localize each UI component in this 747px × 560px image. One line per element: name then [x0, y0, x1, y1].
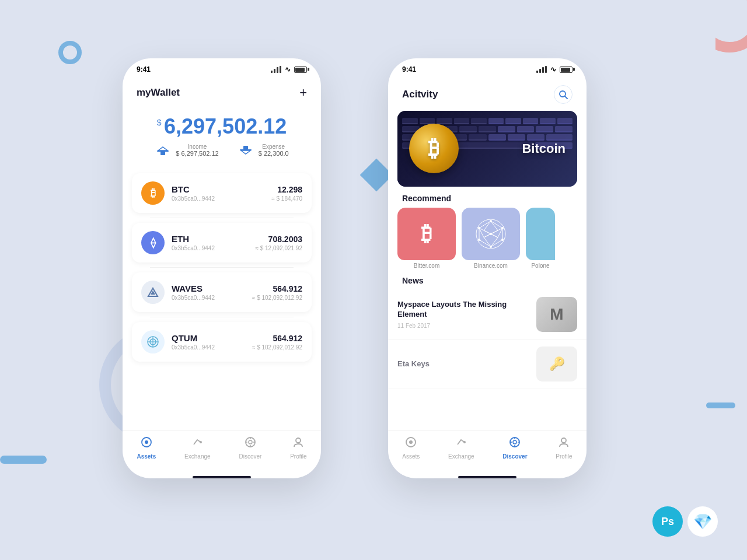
bg-decoration-circle-blue	[58, 41, 82, 64]
nav-assets-right[interactable]: Assets	[402, 436, 420, 460]
news-text-1: Myspace Layouts The Missing Element 11 F…	[397, 300, 529, 330]
status-bar-left: 9:41 ∿	[123, 58, 321, 76]
svg-rect-5	[243, 146, 248, 149]
wifi-icon-right: ∿	[550, 65, 556, 74]
qtum-amount: 564.912	[252, 334, 302, 343]
svg-point-30	[490, 233, 492, 235]
eth-amount: 708.2003	[255, 235, 302, 244]
news-thumb-2: 🔑	[536, 346, 577, 382]
svg-point-36	[478, 227, 480, 229]
exchange-icon	[191, 436, 203, 451]
nav-profile-left[interactable]: Profile	[290, 436, 306, 460]
wifi-icon: ∿	[285, 65, 291, 74]
svg-point-21	[296, 438, 301, 443]
activity-header: Acitvity	[388, 76, 587, 111]
polone-img	[526, 208, 555, 260]
profile-icon-right	[558, 436, 570, 451]
recommend-card-binance[interactable]: Binance.com	[462, 208, 520, 269]
nav-exchange-left[interactable]: Exchange	[184, 436, 210, 460]
qtum-icon	[141, 330, 165, 354]
svg-point-39	[463, 441, 466, 443]
left-phone: 9:41 ∿ myWallet + $ 6,297,502.12	[123, 58, 321, 478]
nav-profile-right[interactable]: Profile	[556, 436, 572, 460]
svg-marker-27	[484, 234, 498, 247]
binance-name: Binance.com	[462, 262, 520, 269]
status-time-right: 9:41	[402, 65, 416, 74]
income-text: Income $ 6,297,502.12	[176, 144, 218, 157]
discover-label-right: Discover	[502, 453, 527, 460]
btc-info: BTC 0x3b5ca0...9442	[172, 184, 271, 202]
sketch-icon: 💎	[687, 506, 718, 537]
nav-discover-left[interactable]: Discover	[239, 436, 261, 460]
svg-point-34	[490, 246, 492, 248]
battery-icon-right	[560, 66, 573, 73]
bg-decoration-rect1	[0, 456, 47, 464]
waves-usd: ≈ $ 102,092,012.92	[252, 295, 302, 301]
bottom-nav-left: Assets Exchange	[123, 430, 321, 471]
news-item-1[interactable]: Myspace Layouts The Missing Element 11 F…	[388, 290, 587, 340]
nav-discover-right[interactable]: Discover	[502, 436, 527, 460]
nav-exchange-right[interactable]: Exchange	[448, 436, 474, 460]
svg-marker-4	[241, 150, 250, 154]
assets-label: Assets	[137, 453, 156, 460]
news-thumb-1: M	[536, 297, 577, 332]
bitter-img: ₿	[397, 208, 456, 260]
activity-title: Acitvity	[402, 89, 438, 100]
wallet-header: myWallet +	[123, 76, 321, 105]
recommend-card-bitter[interactable]: ₿ Bitter.com	[397, 208, 456, 269]
wallet-title: myWallet	[137, 87, 180, 99]
waves-amount: 564.912	[252, 284, 302, 293]
nav-assets-left[interactable]: Assets	[137, 436, 156, 460]
search-button[interactable]	[554, 85, 573, 104]
recommend-card-polone[interactable]: Polone	[526, 208, 555, 269]
eth-name: ETH	[172, 234, 255, 244]
eth-icon: ⟠	[141, 231, 165, 254]
coin-item-eth[interactable]: ⟠ ETH 0x3b5ca0...9442 708.2003 ≈ $ 12,09…	[132, 223, 312, 262]
coin-item-btc[interactable]: ₿ BTC 0x3b5ca0...9442 12.298 ≈ $ 184,470	[132, 173, 312, 213]
news-item-2[interactable]: Eta Keys 🔑	[388, 340, 587, 389]
signal-icon-right	[536, 66, 547, 73]
income-item: Income $ 6,297,502.12	[155, 144, 218, 157]
profile-label-left: Profile	[290, 453, 306, 460]
news-title: News	[388, 269, 587, 290]
exchange-label-right: Exchange	[448, 453, 474, 460]
svg-point-31	[490, 220, 492, 222]
coin-list: ₿ BTC 0x3b5ca0...9442 12.298 ≈ $ 184,470…	[123, 169, 321, 430]
hero-text: Bitcoin	[522, 141, 566, 156]
bitcoin-coin: ₿	[409, 124, 459, 173]
expense-item: Expense $ 22,300.0	[238, 144, 289, 157]
recommend-title: Recommend	[388, 187, 587, 208]
coin-item-qtum[interactable]: QTUM 0x3b5ca0...9442 564.912 ≈ $ 102,092…	[132, 322, 312, 362]
news-title-2: Eta Keys	[397, 359, 529, 369]
profile-label-right: Profile	[556, 453, 572, 460]
eth-usd: ≈ $ 12,092,021.92	[255, 245, 302, 251]
tool-icons-container: Ps 💎	[652, 506, 718, 537]
btc-usd: ≈ $ 184,470	[271, 195, 302, 202]
signal-icon	[271, 66, 281, 73]
svg-point-38	[409, 440, 413, 444]
svg-marker-29	[491, 228, 502, 237]
news-date-1: 11 Feb 2017	[397, 323, 529, 329]
btc-balance: 12.298 ≈ $ 184,470	[271, 185, 302, 202]
profile-icon-left	[292, 436, 304, 451]
status-time-left: 9:41	[137, 65, 151, 74]
activity-content: Acitvity	[388, 76, 587, 478]
bg-decoration-circle-pink	[694, 0, 747, 52]
discover-icon-left	[245, 436, 256, 451]
waves-name: WAVES	[172, 284, 252, 293]
currency-symbol: $	[157, 118, 162, 127]
btc-address: 0x3b5ca0...9442	[172, 195, 271, 202]
discover-label-left: Discover	[239, 453, 261, 460]
home-indicator-right	[458, 476, 516, 478]
eth-balance: 708.2003 ≈ $ 12,092,021.92	[255, 235, 302, 251]
coin-item-waves[interactable]: WAVES 0x3b5ca0...9442 564.912 ≈ $ 102,09…	[132, 272, 312, 312]
binance-img	[462, 208, 520, 260]
hero-bitcoin[interactable]: ₿ Bitcoin	[397, 111, 577, 187]
news-title-1: Myspace Layouts The Missing Element	[397, 300, 529, 320]
svg-point-46	[561, 438, 566, 443]
waves-icon	[141, 281, 165, 304]
svg-marker-26	[484, 221, 498, 234]
right-phone: 9:41 ∿ Acitvity	[388, 58, 587, 478]
add-button[interactable]: +	[299, 85, 307, 100]
svg-point-32	[501, 227, 504, 229]
